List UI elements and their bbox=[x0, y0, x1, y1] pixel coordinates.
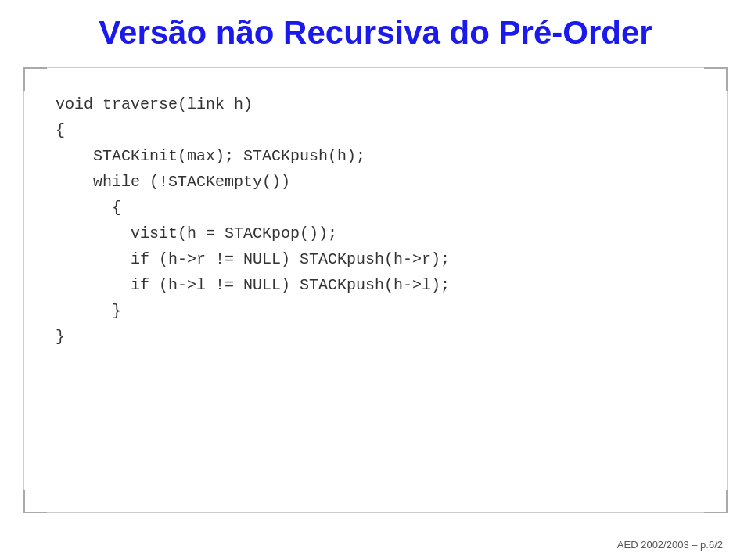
slide-container: void traverse(link h) { STACKinit(max); … bbox=[23, 67, 728, 513]
corner-bl bbox=[23, 490, 47, 513]
corner-br bbox=[704, 490, 728, 513]
corner-tl bbox=[23, 67, 47, 91]
footer-text: AED 2002/2003 – p.6/2 bbox=[617, 539, 723, 551]
code-block: void traverse(link h) { STACKinit(max); … bbox=[56, 92, 695, 350]
page-title: Versão não Recursiva do Pré-Order bbox=[0, 0, 751, 67]
corner-tr bbox=[704, 67, 728, 91]
